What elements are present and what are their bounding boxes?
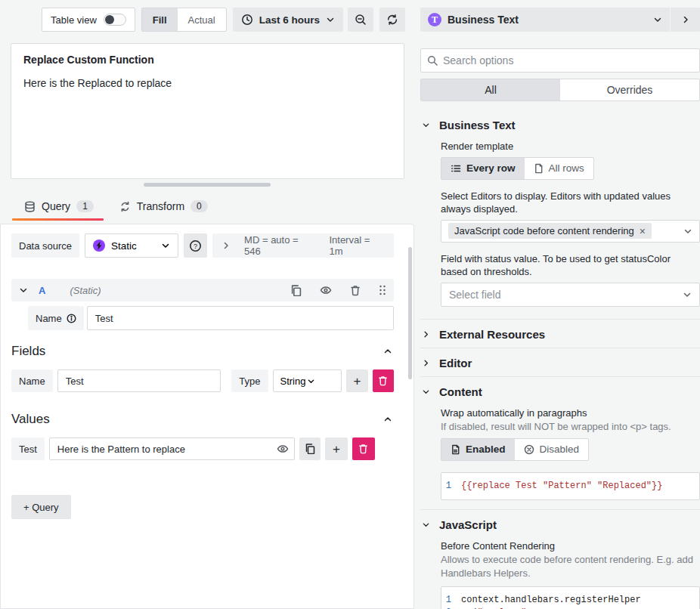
panel-preview: Replace Custom Function Here is the Repl… <box>11 43 404 179</box>
time-range-label: Last 6 hours <box>259 14 320 26</box>
table-view-switch[interactable] <box>104 14 126 26</box>
query-name-input[interactable] <box>87 306 394 330</box>
chevron-right-icon <box>422 330 430 339</box>
query-options-bar[interactable]: MD = auto = 546 Interval = 1m <box>212 233 394 258</box>
section-business-text[interactable]: Business Text <box>420 110 700 138</box>
enabled-button[interactable]: Enabled <box>441 439 515 460</box>
list-icon <box>451 163 461 174</box>
fields-section-header: Fields <box>11 344 394 359</box>
table-view-toggle-group: Table view <box>42 8 135 32</box>
panel-toolbar: Table view Fill Actual Last 6 hours <box>0 8 405 32</box>
content-code-editor[interactable]: 1 {{replace Test "Pattern" "Replaced"}} <box>441 472 700 500</box>
options-pane: T Business Text All Overrides Business T… <box>420 0 700 609</box>
refresh-icon <box>386 14 398 26</box>
interval-stat: Interval = 1m <box>329 234 385 257</box>
file-check-icon <box>451 444 460 455</box>
chevron-down-icon <box>326 15 335 24</box>
transform-icon <box>119 201 131 212</box>
tab-all[interactable]: All <box>421 79 560 100</box>
field-type-select[interactable]: String <box>273 369 342 392</box>
every-row-button[interactable]: Every row <box>441 158 525 179</box>
visualization-title: Business Text <box>448 14 647 26</box>
zoom-out-icon <box>355 14 367 26</box>
options-filter-tabs: All Overrides <box>420 79 700 101</box>
wrap-segment: Enabled Disabled <box>441 438 589 461</box>
collapse-pane-button[interactable] <box>670 8 700 32</box>
panel-editor: Table view Fill Actual Last 6 hours <box>0 0 700 609</box>
chevron-down-icon <box>422 121 430 129</box>
time-range-picker[interactable]: Last 6 hours <box>233 8 343 32</box>
editors-multiselect[interactable]: JavaScript code before content rendering… <box>441 220 700 243</box>
refresh-button[interactable] <box>379 8 405 32</box>
hide-query-button[interactable] <box>320 284 332 296</box>
tab-overrides[interactable]: Overrides <box>560 79 699 100</box>
datasource-picker[interactable]: Static <box>85 233 178 258</box>
disabled-button[interactable]: Disabled <box>515 439 589 460</box>
options-search-input[interactable] <box>443 54 693 66</box>
section-title: Business Text <box>439 119 516 131</box>
tab-transform[interactable]: Transform 0 <box>119 195 208 218</box>
trash-icon <box>350 285 361 296</box>
toggle-knob <box>105 15 114 24</box>
fill-actual-segment: Fill Actual <box>141 8 227 32</box>
zoom-out-button[interactable] <box>348 8 373 32</box>
delete-query-button[interactable] <box>350 285 361 296</box>
add-value-button[interactable]: + <box>325 437 348 460</box>
tab-query-label: Query <box>42 200 70 212</box>
value-input[interactable] <box>49 437 295 460</box>
trash-icon <box>358 444 368 454</box>
value-input-wrap <box>49 437 295 460</box>
panel-preview-title: Replace Custom Function <box>23 54 392 66</box>
datasource-value: Static <box>111 240 155 252</box>
datasource-help-button[interactable]: ? <box>184 233 207 258</box>
value-field-label: Test <box>11 437 45 460</box>
status-field-label: Field with status value. To be used to g… <box>441 252 699 279</box>
database-icon <box>24 201 36 212</box>
resize-handle[interactable] <box>144 183 271 187</box>
field-name-input[interactable] <box>57 369 221 392</box>
datasource-row: Data source Static ? MD = auto = 546 Int… <box>11 233 394 258</box>
eye-icon <box>320 284 332 296</box>
section-external-resources[interactable]: External Resources <box>420 319 700 348</box>
options-search <box>420 48 700 73</box>
delete-field-button[interactable] <box>373 369 394 392</box>
tab-query[interactable]: Query 1 <box>24 195 94 218</box>
status-field-select[interactable]: Select field <box>441 283 700 307</box>
delete-value-button[interactable] <box>352 437 375 460</box>
add-query-button[interactable]: + Query <box>11 495 71 519</box>
fields-title: Fields <box>11 344 45 359</box>
copy-value-button[interactable] <box>299 437 321 460</box>
code-text: {{replace Test "Pattern" "Replaced"}} <box>461 480 662 493</box>
javascript-body: Before Content Rendering Allows to execu… <box>420 539 700 609</box>
remove-tag-icon[interactable]: × <box>640 226 646 236</box>
actual-button[interactable]: Actual <box>178 8 226 31</box>
scrollbar-thumb[interactable] <box>408 247 412 379</box>
all-rows-button[interactable]: All rows <box>525 158 593 179</box>
circle-x-icon <box>524 444 534 455</box>
code-line: 1 {{replace Test "Pattern" "Replaced"}} <box>441 480 699 493</box>
visualization-select[interactable]: T Business Text <box>420 8 670 32</box>
section-title: Content <box>439 385 482 398</box>
status-field-placeholder: Select field <box>449 289 683 301</box>
query-count-badge: 1 <box>76 200 94 212</box>
eye-icon[interactable] <box>277 443 289 455</box>
chevron-up-icon[interactable] <box>382 345 394 357</box>
business-text-body: Render template Every row All rows Selec… <box>420 140 700 307</box>
section-javascript[interactable]: JavaScript <box>420 509 700 538</box>
javascript-code-editor[interactable]: 1 context.handlebars.registerHelper 2 ("… <box>441 586 700 609</box>
field-name-label: Name <box>11 369 53 392</box>
section-content[interactable]: Content <box>420 376 700 405</box>
time-controls: Last 6 hours <box>233 8 373 32</box>
chevron-down-icon[interactable] <box>19 286 28 295</box>
section-title: JavaScript <box>439 518 497 531</box>
section-editor[interactable]: Editor <box>420 348 700 376</box>
duplicate-query-button[interactable] <box>290 285 302 296</box>
content-body: Wrap automatically in paragraphs If disa… <box>420 407 700 500</box>
query-type-hint: (Static) <box>70 285 101 296</box>
add-field-button[interactable]: + <box>346 369 367 392</box>
chevron-down-icon <box>422 521 430 529</box>
drag-handle-icon[interactable] <box>379 285 386 295</box>
chevron-up-icon[interactable] <box>382 413 394 425</box>
query-a-header[interactable]: A (Static) <box>11 279 394 301</box>
fill-button[interactable]: Fill <box>142 8 178 31</box>
